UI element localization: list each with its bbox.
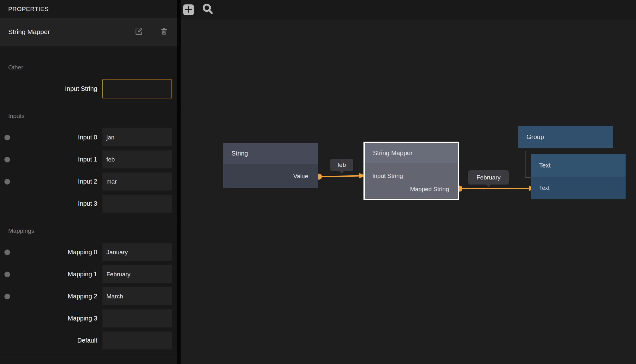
connection-dot: [4, 179, 10, 185]
node-string-mapper-title: String Mapper: [365, 143, 458, 163]
prop-row-mapping-3: Mapping 3: [0, 309, 177, 327]
section-other-title: Other: [8, 64, 177, 71]
properties-panel: PROPERTIES String Mapper: [0, 0, 177, 364]
selected-node-name: String Mapper: [8, 28, 50, 36]
input-1-field[interactable]: [102, 150, 172, 168]
mapping-1-field[interactable]: [102, 265, 172, 283]
node-group-title: Group: [518, 126, 613, 148]
port-text-input[interactable]: Text: [539, 185, 549, 191]
prop-row-input-string: Input String: [0, 80, 177, 98]
section-mappings-title: Mappings: [8, 227, 177, 234]
prop-row-input-1: Input 1: [0, 150, 177, 168]
properties-title: PROPERTIES: [8, 6, 49, 13]
properties-panel-header: PROPERTIES: [0, 0, 177, 18]
mapping-0-field[interactable]: [102, 243, 172, 261]
node-string-mapper[interactable]: String Mapper Input String Mapped String: [363, 142, 459, 200]
add-node-icon: [185, 6, 192, 14]
port-mapped-string-output[interactable]: Mapped String: [410, 186, 449, 193]
mapping-2-field[interactable]: [102, 287, 172, 305]
workarea: String Value String Mapper Input String …: [181, 0, 636, 364]
delete-node-button[interactable]: [159, 27, 168, 36]
prop-label: Mapping 0: [0, 249, 102, 256]
node-graph-canvas[interactable]: String Value String Mapper Input String …: [181, 20, 636, 364]
default-field[interactable]: [102, 332, 172, 349]
input-string-field[interactable]: [102, 79, 172, 98]
prop-row-input-2: Input 2: [0, 173, 177, 191]
panel-bottom-divider: [0, 358, 177, 364]
section-other: Other Input String: [0, 46, 177, 106]
connection-value-text: feb: [338, 161, 346, 168]
input-2-field[interactable]: [102, 173, 172, 191]
prop-row-mapping-2: Mapping 2: [0, 287, 177, 305]
app-window: PROPERTIES String Mapper: [0, 0, 636, 364]
prop-label: Input 2: [0, 178, 102, 185]
connection-mapped-string-to-text[interactable]: [457, 186, 536, 192]
prop-label: Input 1: [0, 156, 102, 163]
add-node-button[interactable]: [183, 4, 194, 15]
connection-value-text: February: [477, 174, 501, 181]
prop-label: Input 3: [0, 200, 102, 207]
panel-canvas-divider[interactable]: [177, 0, 181, 364]
prop-row-mapping-1: Mapping 1: [0, 265, 177, 283]
prop-row-input-0: Input 0: [0, 128, 177, 146]
section-inputs-title: Inputs: [8, 113, 177, 120]
prop-label: Input 0: [0, 134, 102, 141]
prop-label: Mapping 2: [0, 293, 102, 300]
edit-icon: [135, 27, 143, 37]
prop-row-default: Default: [0, 332, 177, 349]
prop-label: Default: [0, 337, 102, 344]
prop-label: Input String: [0, 85, 102, 92]
node-string[interactable]: String Value: [223, 143, 318, 188]
search-zoom-button[interactable]: [201, 3, 214, 16]
node-string-title: String: [223, 143, 318, 164]
selected-node-actions: [134, 27, 168, 36]
group-child-hierarchy-line: [525, 151, 531, 177]
prop-label: Mapping 1: [0, 271, 102, 278]
connection-dot: [4, 294, 10, 299]
connection-value-tooltip: February: [468, 170, 509, 185]
connection-dot: [4, 157, 10, 162]
edit-node-button[interactable]: [134, 27, 143, 36]
prop-label: Mapping 3: [0, 315, 102, 322]
node-text-title: Text: [531, 154, 626, 177]
input-0-field[interactable]: [102, 128, 172, 146]
section-mappings: Mappings Mapping 0 Mapping 1 Mapping 2: [0, 221, 177, 358]
prop-row-mapping-0: Mapping 0: [0, 243, 177, 261]
node-text[interactable]: Text Text: [531, 154, 626, 199]
port-input-string[interactable]: Input String: [372, 173, 403, 179]
section-inputs: Inputs Input 0 Input 1 Input 2: [0, 106, 177, 221]
prop-row-input-3: Input 3: [0, 195, 177, 213]
mapping-3-field[interactable]: [102, 309, 172, 327]
connection-dot: [4, 135, 10, 140]
properties-sections: Other Input String Inputs Input 0 Input …: [0, 46, 177, 364]
zoom-search-icon: [202, 3, 214, 16]
input-3-field[interactable]: [102, 195, 172, 213]
selected-node-row: String Mapper: [0, 18, 177, 46]
canvas-toolbar: [181, 0, 636, 20]
node-group[interactable]: Group: [518, 126, 613, 148]
connection-dot: [4, 272, 10, 277]
connection-value-tooltip: feb: [330, 159, 353, 171]
connection-value-to-input-string[interactable]: [316, 173, 366, 180]
trash-icon: [160, 27, 168, 37]
port-value-output[interactable]: Value: [293, 173, 308, 180]
connection-dot: [4, 250, 10, 255]
